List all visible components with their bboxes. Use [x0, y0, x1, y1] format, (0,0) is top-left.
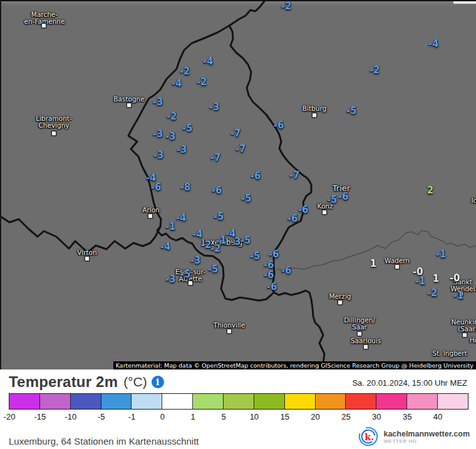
brand-logo[interactable]: k. kachelmannwetter.com WETTER HD — [358, 426, 470, 447]
temperature-value: -2 — [197, 76, 207, 88]
scale-tick-label: -10 — [65, 412, 76, 421]
temperature-value: -5 — [250, 250, 261, 262]
city-label: Virton — [77, 249, 96, 256]
temperature-value: -3 — [209, 101, 220, 113]
weather-map-screenshot: Marche-en-FamenneBastogneLibramont-Chevi… — [0, 0, 476, 449]
temperature-value: -3 — [190, 255, 201, 266]
city-marker — [41, 23, 46, 28]
cropped-label-artifact — [453, 1, 476, 4]
city-marker — [51, 131, 56, 136]
city-marker — [312, 113, 317, 118]
scale-segment: 20 — [316, 394, 346, 409]
map-canvas[interactable]: Marche-en-FamenneBastogneLibramont-Chevi… — [0, 0, 476, 369]
scale-segment: 1 — [193, 394, 224, 409]
temperature-value: -7 — [210, 152, 221, 163]
temperature-value: -5 — [241, 235, 251, 246]
scale-segment: 5 — [224, 394, 254, 409]
city-label: Saarlouis — [351, 338, 381, 344]
city-marker — [148, 214, 153, 219]
city-marker — [127, 103, 132, 108]
legend-unit: (°C) — [123, 374, 147, 390]
scale-tick-label: -1 — [128, 412, 136, 421]
temperature-value: -5 — [327, 194, 338, 205]
temperature-value: -6 — [287, 213, 298, 224]
city-label: Bitburg — [303, 105, 326, 112]
scale-tick-label: 1 — [191, 412, 195, 421]
scale-segment: 10 — [254, 394, 285, 409]
temperature-value: -6 — [281, 265, 292, 276]
city-label: Arlon — [142, 207, 160, 214]
country-borders-layer — [0, 0, 476, 369]
temperature-value: -5 — [208, 264, 219, 275]
temperature-value: -4 — [192, 229, 203, 240]
temperature-value: -1 — [165, 221, 176, 232]
scale-tick-label: 25 — [341, 412, 350, 421]
city-label: Id. — [471, 197, 476, 204]
city-label: St. Ingbert — [432, 350, 467, 357]
city-marker — [85, 256, 90, 261]
temperature-value: -3 — [230, 236, 241, 247]
city-label: Dillingen/Saar — [344, 317, 375, 331]
temperature-value: -3 — [153, 128, 163, 140]
scale-segment: 15 — [285, 394, 316, 409]
scale-segment: -20 — [9, 394, 40, 409]
temperature-value: -2 — [281, 1, 292, 12]
temperature-value: -4 — [176, 212, 187, 224]
legend-title-row: Temperatur 2m (°C) i — [9, 373, 164, 391]
scale-tick-label: -15 — [34, 412, 46, 421]
temperature-value: -1 — [453, 290, 464, 301]
scale-tick-label: 15 — [281, 412, 289, 421]
temperature-value: -1 — [436, 249, 447, 260]
scale-tick-label: -5 — [98, 412, 105, 421]
temperature-value: -3 — [165, 274, 176, 285]
temperature-value: -6 — [212, 185, 222, 196]
temperature-value: -2 — [427, 287, 438, 299]
temperature-value: -6 — [274, 120, 284, 131]
scale-tick-label: 10 — [250, 412, 259, 421]
scale-segment: 25 — [346, 394, 376, 409]
temperature-value: -6 — [151, 182, 162, 193]
legend-title: Temperatur 2m — [9, 373, 118, 391]
scale-tick-label: 35 — [403, 412, 411, 421]
temperature-value: -4 — [172, 78, 182, 89]
scale-segment: -1 — [132, 394, 162, 409]
city-label: Libramont-Chevigny — [36, 115, 71, 129]
scale-segment: -5 — [101, 394, 132, 409]
temperature-value: -1 — [415, 276, 426, 287]
temperature-value: -2 — [167, 111, 177, 122]
temperature-value: -3 — [165, 131, 176, 142]
temperature-value: -5 — [346, 105, 357, 116]
temperature-value: -7 — [289, 170, 300, 181]
city-marker — [227, 329, 232, 334]
brand-name: kachelmannwetter.com — [383, 430, 470, 438]
temperature-value: -6 — [264, 269, 274, 281]
city-marker — [338, 300, 343, 305]
scale-segment: 35 — [407, 394, 438, 409]
city-label: Hor — [470, 337, 476, 344]
kachelmann-swirl-icon: k. — [358, 426, 379, 447]
info-icon[interactable]: i — [152, 376, 164, 388]
city-marker — [357, 331, 362, 336]
brand-k-letter: k. — [365, 432, 375, 442]
temperature-value: -5 — [182, 123, 193, 134]
city-marker — [462, 333, 467, 338]
temperature-value: -0 — [450, 272, 460, 284]
temperature-value: 2 — [427, 185, 433, 196]
scale-tick-label: 0 — [160, 412, 165, 421]
temperature-value: -5 — [241, 193, 252, 204]
temperature-value: -5 — [180, 269, 191, 280]
station-count-text: Luxemburg, 64 Stationen im Kartenausschn… — [9, 436, 199, 446]
scale-tick-label: 20 — [311, 412, 319, 421]
temperature-value: 1 — [433, 273, 439, 284]
scale-segment: 0 — [162, 394, 193, 409]
scale-tick-label: 40 — [433, 412, 442, 421]
map-attribution: Kartenmaterial: Map data © OpenStreetMap… — [113, 361, 476, 369]
temperature-value: -2 — [370, 65, 380, 76]
city-label: Neunkirch(Saar) — [451, 319, 476, 333]
scale-tick-label: -20 — [4, 412, 16, 421]
temperature-value: -5 — [214, 211, 224, 222]
border-belgium-france — [0, 216, 160, 252]
temperature-value: 1 — [370, 258, 376, 269]
scale-segment: -15 — [40, 394, 71, 409]
scale-tick-label: 30 — [372, 412, 381, 421]
